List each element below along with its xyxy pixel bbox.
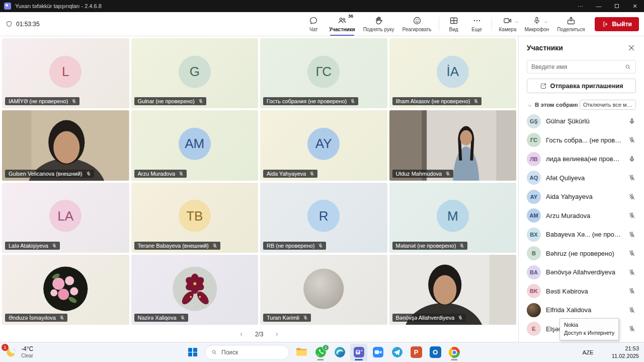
participant-name-label: Lalə Atakişiyeva: [5, 242, 60, 250]
video-tile[interactable]: MMətanət (не проверено): [389, 183, 517, 253]
taskbar-app-chrome[interactable]: [446, 344, 463, 361]
mic-off-icon[interactable]: [628, 231, 636, 239]
taskbar-app-explorer[interactable]: [293, 344, 310, 361]
mic-off-icon: [59, 315, 65, 321]
share-icon: [566, 16, 576, 26]
previous-page-button[interactable]: [236, 329, 247, 340]
chevron-down-icon[interactable]: [527, 102, 533, 108]
participant-row[interactable]: BXBabayeva Xə... (не проверено): [527, 225, 636, 244]
toolbar-item-raise-hand[interactable]: Поднять руку: [359, 12, 398, 36]
participant-name: Gülnar Şükürlü: [546, 117, 623, 125]
video-tile[interactable]: İAIlham Alxasov (не проверено): [389, 38, 517, 108]
participant-row[interactable]: BBəhruz (не проверено): [527, 244, 636, 263]
mic-off-icon[interactable]: [628, 268, 636, 276]
participant-row[interactable]: AQAfət Quliyeva: [527, 169, 636, 188]
taskbar-app-outlook[interactable]: O: [427, 344, 444, 361]
participant-name: Arzu Muradova: [546, 212, 623, 220]
taskbar-app-powerpoint[interactable]: P: [408, 344, 425, 361]
participant-row[interactable]: GŞGülnar Şükürlü: [527, 112, 636, 131]
mic-off-icon: [302, 315, 308, 321]
participant-row[interactable]: AYAida Yahyayeva: [527, 187, 636, 206]
hand-icon: [374, 16, 384, 26]
close-button[interactable]: ✕: [626, 0, 644, 12]
video-tile[interactable]: Ənduzə İsmayılova: [2, 255, 129, 325]
language-indicator[interactable]: AZE: [582, 349, 593, 355]
participant-name-label: Aida Yahyayeva: [263, 170, 317, 178]
video-tile[interactable]: Gulsen Velicanova (внешний): [2, 110, 129, 180]
participant-row[interactable]: AMArzu Muradova: [527, 206, 636, 226]
toolbar-item-react[interactable]: Реагировать: [398, 12, 435, 36]
weather-widget[interactable]: 1 -4°C Clear: [5, 342, 33, 362]
taskbar-app-whatsapp[interactable]: 1: [312, 344, 329, 361]
mic-off-icon: [309, 171, 315, 177]
meeting-timer-value: 01:53:35: [16, 21, 40, 28]
participant-row[interactable]: ЛВлида велиева(не проверено): [527, 150, 636, 169]
video-tile[interactable]: Turan Kərimli: [260, 255, 387, 325]
video-tile[interactable]: AYAida Yahyayeva: [260, 110, 387, 180]
mic-off-icon[interactable]: [628, 193, 636, 201]
mic-off-icon[interactable]: [628, 174, 636, 182]
video-tile[interactable]: Ulduz Mahmudova: [389, 110, 517, 180]
mic-off-icon[interactable]: [628, 211, 636, 220]
taskbar-app-teams[interactable]: [350, 344, 367, 361]
mic-off-icon: [86, 171, 92, 177]
video-tile[interactable]: GGulnar (не проверено): [131, 38, 259, 108]
toolbar-item-microphone[interactable]: Микрофон: [520, 12, 553, 36]
avatar: R: [307, 200, 340, 232]
avatar: L: [49, 55, 82, 88]
avatar: AY: [307, 128, 340, 160]
taskbar-app-zoom[interactable]: [369, 344, 386, 361]
participant-search-input[interactable]: [531, 63, 621, 70]
grid-icon: [449, 16, 459, 26]
send-invitation-button[interactable]: Отправка приглашения: [527, 79, 636, 93]
participant-name-label: Nazirə Xaliqova: [134, 314, 188, 322]
mic-off-icon[interactable]: [628, 287, 636, 295]
video-tile[interactable]: LIAMİYƏ (не проверено): [2, 38, 129, 108]
mute-all-button[interactable]: Отключить все мик...: [580, 100, 636, 110]
video-tile[interactable]: Bənövşə Allahverdiyeva: [389, 255, 517, 325]
toolbar-item-chat[interactable]: Чат: [302, 12, 325, 36]
video-tile[interactable]: RRB (не проверено): [260, 183, 387, 253]
next-page-button[interactable]: [271, 329, 282, 340]
participant-name: Bəsti Kəbirova: [546, 287, 623, 295]
participant-row[interactable]: ГСГость собра... (не проверено): [527, 131, 636, 150]
mic-off-icon: [459, 243, 465, 249]
mic-off-icon[interactable]: [628, 136, 636, 144]
chevron-down-icon[interactable]: [543, 18, 548, 23]
taskbar-app-edge[interactable]: [331, 344, 348, 361]
participant-name: Bənövşə Allahverdiyeva: [396, 315, 455, 321]
toolbar-item-camera[interactable]: Камера: [495, 12, 521, 36]
video-tile[interactable]: ГСГость собрания (не проверено): [260, 38, 387, 108]
maximize-button[interactable]: [608, 0, 626, 12]
video-tile[interactable]: LALalə Atakişiyeva: [2, 183, 129, 253]
start-button[interactable]: [184, 344, 201, 361]
toolbar-item-share[interactable]: Поделиться: [553, 12, 589, 36]
toolbar-item-participants[interactable]: 36Участники: [325, 12, 359, 36]
window-more-button[interactable]: ⋯: [572, 0, 590, 12]
toolbar-item-more[interactable]: Еще: [465, 12, 489, 36]
participant-name-label: Гость собрания (не проверено): [263, 97, 358, 105]
avatar-photo: [527, 303, 541, 317]
mic-icon[interactable]: [628, 117, 636, 125]
mic-off-icon[interactable]: [628, 249, 636, 257]
mic-icon[interactable]: [628, 155, 636, 163]
participant-row[interactable]: BABənövşə Allahverdiyeva: [527, 263, 636, 282]
taskbar-app-telegram[interactable]: [388, 344, 406, 361]
participant-row[interactable]: BKBəsti Kəbirova: [527, 282, 636, 301]
video-tile[interactable]: AMArzu Muradova: [131, 110, 259, 180]
leave-button[interactable]: Выйти: [595, 17, 639, 31]
minimize-button[interactable]: —: [590, 0, 608, 12]
toolbar-divider: [439, 17, 439, 31]
taskbar-search[interactable]: Поиск: [205, 345, 289, 360]
mic-off-icon[interactable]: [628, 306, 636, 314]
toolbar-item-view[interactable]: Вид: [442, 12, 465, 36]
chevron-down-icon[interactable]: [514, 18, 519, 23]
participant-name: Ilham Alxasov (не проверено): [396, 98, 470, 104]
avatar: B: [527, 246, 541, 260]
close-panel-button[interactable]: [627, 43, 636, 52]
participant-row[interactable]: Elfrida Xalidova: [527, 301, 636, 320]
video-tile[interactable]: Nazirə Xaliqova: [131, 255, 259, 325]
taskbar-clock[interactable]: 21:53 11.02.2025: [612, 345, 641, 360]
mic-off-icon[interactable]: [628, 325, 636, 333]
video-tile[interactable]: TBTerane Babayeva (внешний): [131, 183, 259, 253]
